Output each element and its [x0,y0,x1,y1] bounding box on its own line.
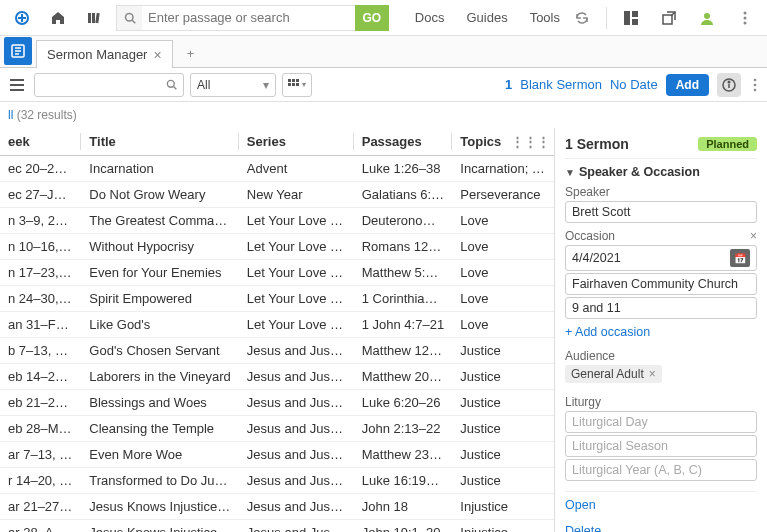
cell-title: Blessings and Woes [81,390,239,416]
cell-series: Jesus and Justice [239,442,354,468]
col-passages[interactable]: Passages [354,128,453,156]
occasion-date-field[interactable]: 4/4/2021 📅 [565,245,757,271]
col-week[interactable]: eek [0,128,81,156]
cell-series: Let Your Love Be . . . [239,208,354,234]
add-tab-button[interactable]: + [177,39,205,67]
nav-guides[interactable]: Guides [466,10,507,25]
col-title[interactable]: Title [81,128,239,156]
cell-topics: Justice [452,364,554,390]
liturgical-year-field[interactable]: Liturgical Year (A, B, C) [565,459,757,481]
table-row[interactable]: r 14–20, 2021Transformed to Do JusticeJe… [0,468,554,494]
library-icon[interactable] [80,4,108,32]
audience-tag: General Adult × [565,365,662,383]
sermon-table: eek Title Series Passages Topics⋮⋮⋮ ec 2… [0,128,555,532]
cell-week: r 14–20, 2021 [0,468,81,494]
svg-rect-28 [296,83,299,86]
home-icon[interactable] [44,4,72,32]
add-button[interactable]: Add [666,74,709,96]
search-box: GO [116,5,389,31]
svg-point-32 [754,78,757,81]
cell-passages: Luke 16:19–31 [354,468,453,494]
cell-series: Jesus and Justice [239,520,354,533]
occasion-services-field[interactable]: 9 and 11 [565,297,757,319]
table-row[interactable]: n 3–9, 2021The Greatest CommandmentLet Y… [0,208,554,234]
table-row[interactable]: n 10–16, 2021Without HypocrisyLet Your L… [0,234,554,260]
liturgical-season-field[interactable]: Liturgical Season [565,435,757,457]
audience-field[interactable]: General Adult × [565,363,757,383]
open-link[interactable]: Open [565,492,757,518]
filter-dropdown[interactable]: All ▾ [190,73,276,97]
clear-occasion-icon[interactable]: × [750,229,757,243]
panel-menu-icon[interactable] [6,74,28,96]
nav-tools[interactable]: Tools [530,10,560,25]
speaker-field[interactable]: Brett Scott [565,201,757,223]
cell-topics: Injustice [452,494,554,520]
tab-label: Sermon Manager [47,47,147,62]
section-speaker-occasion[interactable]: ▼ Speaker & Occasion [565,158,757,179]
delete-link[interactable]: Delete [565,518,757,532]
table-row[interactable]: ar 7–13, 2021Even More WoeJesus and Just… [0,442,554,468]
user-icon[interactable] [693,4,721,32]
table-search[interactable] [34,73,184,97]
sync-icon[interactable] [568,4,596,32]
table-row[interactable]: b 7–13, 2021God's Chosen ServantJesus an… [0,338,554,364]
chevron-down-icon: ▾ [263,78,269,92]
popout-icon[interactable] [655,4,683,32]
svg-rect-27 [292,83,295,86]
cell-series: Advent [239,156,354,182]
liturgical-day-field[interactable]: Liturgical Day [565,411,757,433]
cell-series: New Year [239,182,354,208]
search-icon[interactable] [116,5,142,31]
close-tab-icon[interactable]: × [153,47,161,63]
table-row[interactable]: eb 28–Mar 6,…Cleansing the TempleJesus a… [0,416,554,442]
cell-series: Jesus and Justice [239,364,354,390]
svg-point-31 [728,81,730,83]
collapse-icon: ▼ [565,167,575,178]
add-occasion-link[interactable]: + Add occasion [565,325,650,339]
go-button[interactable]: GO [355,5,389,31]
table-row[interactable]: an 31–Feb 6, …Like God'sLet Your Love Be… [0,312,554,338]
info-button[interactable] [717,73,741,97]
cell-title: Jesus Knows Injustice, Part 1 [81,494,239,520]
col-series[interactable]: Series [239,128,354,156]
cell-series: Let Your Love Be . . . [239,260,354,286]
nav-docs[interactable]: Docs [415,10,445,25]
svg-point-13 [704,13,710,19]
remove-tag-icon[interactable]: × [649,367,656,381]
table-row[interactable]: ec 27–Jan 2,…Do Not Grow WearyNew YearGa… [0,182,554,208]
table-row[interactable]: ec 20–26, 2020IncarnationAdventLuke 1:26… [0,156,554,182]
results-link[interactable]: ll [8,108,13,122]
svg-line-22 [174,87,177,90]
cell-week: b 7–13, 2021 [0,338,81,364]
kebab-icon[interactable] [731,4,759,32]
panel-kebab-icon[interactable] [749,78,761,92]
logo-tab[interactable] [4,37,32,65]
calendar-icon[interactable]: 📅 [730,249,750,267]
occasion-church-field[interactable]: Fairhaven Community Church [565,273,757,295]
table-row[interactable]: n 24–30, 2021Spirit EmpoweredLet Your Lo… [0,286,554,312]
table-row[interactable]: ar 21–27, 2021Jesus Knows Injustice, Par… [0,494,554,520]
table-header-row: eek Title Series Passages Topics⋮⋮⋮ [0,128,554,156]
cell-title: Incarnation [81,156,239,182]
search-input[interactable] [142,5,355,31]
results-count: (32 results) [17,108,77,122]
table-row[interactable]: eb 21–27, 2021Blessings and WoesJesus an… [0,390,554,416]
column-options-icon[interactable]: ⋮⋮⋮ [511,134,550,149]
table-row[interactable]: eb 14–20, 2021Laborers in the VineyardJe… [0,364,554,390]
layout-icon[interactable] [617,4,645,32]
svg-point-34 [754,88,757,91]
tab-sermon-manager[interactable]: Sermon Manager × [36,40,173,68]
table-row[interactable]: ar 28–Apr 3, …Jesus Knows Injustice, Par… [0,520,554,533]
sidebar-header: 1 Sermon Planned [565,136,757,152]
cell-series: Jesus and Justice [239,390,354,416]
blank-sermon-link[interactable]: Blank Sermon [520,77,602,92]
cell-passages: Luke 1:26–38 [354,156,453,182]
app-menu-icon[interactable] [8,4,36,32]
cell-passages: Deuteronomy … [354,208,453,234]
view-mode-button[interactable]: ▾ [282,73,312,97]
table-row[interactable]: n 17–23, 2021Even for Your EnemiesLet Yo… [0,260,554,286]
col-topics[interactable]: Topics⋮⋮⋮ [452,128,554,156]
top-bar: GO Docs Guides Tools [0,0,767,36]
no-date-link[interactable]: No Date [610,77,658,92]
cell-passages: John 19:1–30 [354,520,453,533]
